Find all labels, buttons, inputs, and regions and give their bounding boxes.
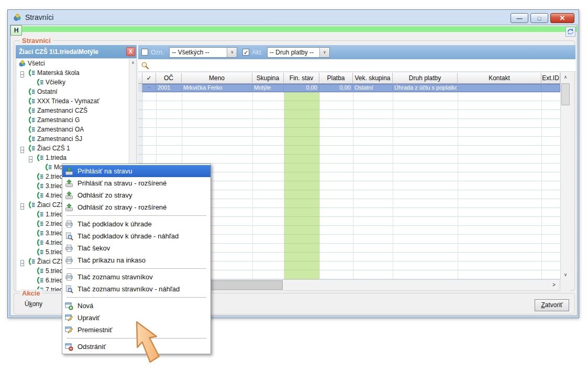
- column-header-kontakt[interactable]: Kontakt: [458, 73, 541, 84]
- minimize-button[interactable]: —: [511, 13, 528, 23]
- group-icon: [28, 258, 36, 265]
- search-row[interactable]: [138, 59, 575, 72]
- tree-collapse-icon[interactable]: −: [29, 156, 32, 162]
- column-header-platba[interactable]: Platba: [319, 73, 353, 84]
- menu-item-tlac-prikazu[interactable]: Tlač príkazu na inkaso: [62, 254, 210, 266]
- status-green-bar: [10, 26, 577, 32]
- ukony-button[interactable]: Úkony: [25, 300, 42, 308]
- cell-druhplatby: Úhrada z účtu s poplatko: [393, 84, 458, 92]
- printer-icon: [65, 273, 73, 281]
- tree-item-vsetci[interactable]: Všetci: [16, 59, 136, 68]
- group-icon: [36, 192, 44, 199]
- printer-icon: [65, 244, 73, 253]
- menu-separator: [66, 297, 206, 298]
- menu-separator: [66, 215, 206, 216]
- menu-item-tlac-podkladov[interactable]: Tlač podkladov k úhrade: [62, 218, 210, 230]
- table-vertical-scrollbar[interactable]: ∧ ∨: [560, 73, 570, 279]
- column-header-druhplatby[interactable]: Druh platby: [393, 73, 458, 84]
- cell-skupina: Motýle: [252, 84, 284, 92]
- row-selector[interactable]: [138, 84, 142, 92]
- column-header[interactable]: [138, 73, 142, 84]
- tree-item[interactable]: Zamestnanci OA: [16, 125, 136, 134]
- group-icon: [36, 239, 44, 246]
- app-icon: [13, 13, 21, 21]
- tree-item[interactable]: Včielky: [16, 78, 136, 87]
- tree-path-header: Žiaci CZŠ 1\1.trieda\Motýle X: [16, 45, 137, 58]
- column-header-check[interactable]: ✓: [142, 73, 156, 84]
- chevron-down-icon[interactable]: ∨: [319, 48, 329, 57]
- tree-item[interactable]: Zamestnanci G: [16, 115, 136, 125]
- filter-bar: Ozn. -- Všetkých -- ∨ ✓ Akt. -- Druh pla…: [138, 45, 575, 59]
- menu-item-tlac-zoznamu[interactable]: Tlač zoznamu stravníkov: [62, 271, 210, 283]
- scroll-down-icon[interactable]: ∨: [561, 270, 570, 279]
- maximize-button[interactable]: □: [530, 13, 548, 23]
- column-header-finstav[interactable]: Fin. stav: [284, 73, 319, 84]
- tree-collapse-icon[interactable]: −: [20, 71, 24, 78]
- title-bar[interactable]: Stravníci — □ ✕: [8, 10, 579, 25]
- tree-item[interactable]: − 1.trieda: [16, 153, 136, 162]
- all-groups-icon: [18, 60, 26, 67]
- group-icon: [36, 79, 44, 86]
- group-icon: [36, 173, 44, 180]
- group-icon: [36, 277, 44, 284]
- tree-collapse-icon[interactable]: −: [20, 203, 24, 210]
- column-header-skupina[interactable]: Skupina: [252, 73, 284, 84]
- group-icon: [36, 154, 44, 161]
- enroll-icon: [65, 167, 73, 176]
- group-icon: [28, 116, 36, 124]
- menu-item-odhlasit-rozsirene[interactable]: Odhlásiť zo stravy - rozšírené: [62, 201, 210, 213]
- move-icon: [65, 326, 73, 334]
- menu-item-nova[interactable]: Nová: [62, 300, 210, 312]
- group-icon: [36, 230, 44, 237]
- cell-kontakt: [458, 84, 541, 92]
- column-header-vekskupina[interactable]: Vek. skupina: [353, 73, 393, 84]
- tree-close-button[interactable]: X: [126, 47, 135, 56]
- group-icon: [28, 69, 36, 77]
- payment-type-select[interactable]: -- Druh platby -- ∨: [267, 47, 330, 58]
- menu-item-tlac-sekov[interactable]: Tlač šekov: [62, 242, 210, 254]
- cell-finstav: 0,00: [284, 84, 319, 92]
- chevron-down-icon[interactable]: ∨: [227, 48, 237, 57]
- scroll-up-icon[interactable]: ∧: [129, 59, 137, 67]
- menu-item-prihlasit-rozsirene[interactable]: Prihlásiť na stravu - rozšírené: [62, 177, 210, 189]
- ozn-checkbox[interactable]: [141, 49, 148, 56]
- tree-item[interactable]: Zamestnanci ŠJ: [16, 134, 136, 144]
- vertical-scroll-thumb[interactable]: [561, 83, 570, 105]
- enroll-icon: [65, 179, 73, 188]
- group-icon: [36, 248, 44, 256]
- scroll-right-icon[interactable]: >: [549, 280, 559, 290]
- tree-item[interactable]: − Materská škola: [16, 68, 136, 78]
- window-title: Stravníci: [25, 13, 53, 21]
- zatvorit-button[interactable]: Zatvoriť: [535, 299, 569, 311]
- tree-item[interactable]: − Žiaci CZŠ 1: [16, 144, 136, 153]
- tree-collapse-icon[interactable]: −: [20, 147, 24, 153]
- edit-icon: [65, 314, 73, 322]
- column-header-extid[interactable]: Ext.ID Šk: [541, 73, 560, 84]
- groupbox-label: Stravníci: [20, 37, 53, 45]
- close-button[interactable]: ✕: [550, 13, 574, 23]
- group-icon: [28, 97, 36, 105]
- tree-item[interactable]: Ostatní: [16, 87, 136, 96]
- tree-collapse-icon[interactable]: −: [20, 260, 24, 266]
- table-row-selected[interactable]: ◦ 2001 Mrkvička Ferko Motýle 0,00 0,00 O…: [138, 84, 560, 92]
- tree-item[interactable]: Zamestnanci CZŠ: [16, 106, 136, 115]
- marked-filter-select[interactable]: -- Všetkých -- ∨: [169, 47, 237, 58]
- refresh-button[interactable]: [565, 27, 575, 37]
- column-header-meno[interactable]: Meno: [182, 73, 252, 84]
- h-button[interactable]: H: [10, 25, 22, 36]
- cell-meno: Mrkvička Ferko: [182, 84, 252, 92]
- menu-item-odhlasit[interactable]: Odhlásiť zo stravy: [62, 189, 210, 201]
- column-header-oc[interactable]: OČ: [156, 73, 182, 84]
- menu-item-prihlasit[interactable]: Prihlásiť na stravu: [62, 165, 210, 177]
- finstav-highlight-column: [284, 92, 319, 279]
- scroll-up-icon[interactable]: ∧: [561, 73, 570, 82]
- menu-item-tlac-podkladov-nahlad[interactable]: Tlač podkladov k úhrade - náhľad: [62, 230, 210, 242]
- group-icon: [36, 267, 44, 275]
- cell-extid: [541, 84, 560, 92]
- tree-item[interactable]: XXX Trieda - Vymazať: [16, 96, 136, 106]
- akt-checkbox[interactable]: ✓: [242, 49, 249, 56]
- menu-item-tlac-zoznamu-nahlad[interactable]: Tlač zoznamu stravníkov - náhľad: [62, 283, 210, 295]
- group-icon: [28, 88, 36, 95]
- row-marker: ◦: [142, 84, 156, 92]
- delete-icon: [65, 343, 73, 351]
